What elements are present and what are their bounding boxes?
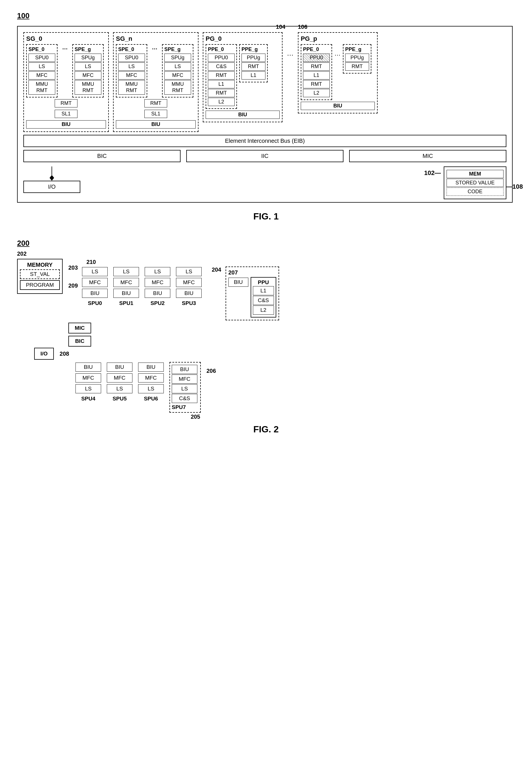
mem-code: CODE [447,188,504,196]
sg0-mfc0: MFC [28,71,55,80]
fig2-ref206: 206 [206,362,216,374]
pgp-l2: L2 [303,89,330,97]
fig1-bottom-row: I/O 102— MEM STORED VALUE CODE —108 [23,166,506,199]
memory-title: MEMORY [20,262,60,268]
sg0-lsg: LS [75,62,101,71]
spu1-mfc: MFC [113,278,139,287]
spu3-ls: LS [176,267,202,276]
spu5-mfc: MFC [107,374,133,382]
pgp-ppeg-title: PPE_g [345,46,369,52]
program-box: PROGRAM [20,280,60,290]
pgp-rmtg: RMT [345,62,369,71]
sg0-mfcg: MFC [75,71,101,80]
ppu-inner-block: PPU L1 C&S L2 [251,277,276,318]
spu4-mfc: MFC [76,374,101,382]
pg0-ppug: PPUg [241,54,265,62]
spu4-ls: LS [76,384,101,393]
bic-box-fig2: BIC [68,336,91,347]
sgn-mmug: MMURMT [164,80,191,94]
fig1-ref102: 102— [424,166,441,177]
spu7-ls: LS [172,384,197,393]
dots3: … [287,32,293,57]
mem-stored-value: STORED VALUE [447,179,504,187]
pgp-rmt1: RMT [303,80,330,88]
sg0-rmt: RMT [55,99,78,107]
memory-block: MEMORY ST_VAL PROGRAM [17,259,63,294]
pgp-ppu0: PPU0 [303,54,330,62]
fig2-ref205: 205 [191,414,200,420]
mic-box: MIC [349,150,506,162]
spu2-col: LS MFC BIU SPU2 [145,266,170,306]
iic-box: IIC [186,150,344,162]
mem-block: MEM STORED VALUE CODE —108 [444,166,506,199]
pgp-l1: L1 [303,71,330,80]
spu1-label: SPU1 [119,300,133,306]
fig2-ref210: 210 [86,259,279,265]
pgp-ppe0: PPE_0 PPU0 RMT L1 RMT L2 [301,44,332,100]
spu4-biu: BIU [76,363,101,372]
fig2-main: MEMORY ST_VAL PROGRAM 203 209 210 LS MFC… [17,259,473,413]
fig2-ref202-label: 202 [17,251,515,257]
sg0-mmu0: MMURMT [28,80,55,94]
pgp-ref106: 106 [298,24,307,30]
bus-row: BIC IIC MIC [23,150,506,162]
pg0-biu: BIU [206,111,280,119]
dots1: … [60,44,70,51]
fig1-mem-section: 102— MEM STORED VALUE CODE —108 [424,166,506,199]
spu3-label: SPU3 [182,300,196,306]
spu3-biu: BIU [176,289,202,298]
fig2-bic-row: BIC [68,336,473,347]
bic-box: BIC [23,150,181,162]
fig2-mic-row: MIC [68,322,473,333]
pgp-title: PG_p [301,35,375,42]
sg0-mmug: MMURMT [75,80,101,94]
fig2-ref200: 200 [17,239,515,248]
spu0-label: SPU0 [88,300,102,306]
sg0-speg-title: SPE_g [75,46,101,52]
mem-title: MEM [447,170,504,178]
pg0-rmt0: RMT [208,71,235,80]
io-box-fig2: I/O [34,348,54,360]
spu6-ls: LS [138,384,164,393]
sgn-lsg: LS [164,62,191,71]
spu1-biu: BIU [113,289,139,298]
fig1-ref108: —108 [506,183,523,190]
pg0-ppe0: PPE_0 PPU0 C&S RMT L1 RMT L2 [206,44,237,109]
io-box: I/O [23,181,80,193]
ppu-l2: L2 [253,306,274,315]
ppu-biu-col: BIU [229,277,248,287]
sgn-speg: SPE_g SPUg LS MFC MMURMT [162,44,193,97]
spu6-mfc: MFC [138,374,164,382]
pg0-rmtg: RMT [241,62,265,71]
sgn-group: SG_n SPE_0 SPU0 LS MFC MMURMT … SPE_g SP… [113,32,198,132]
ppu-cs: C&S [253,296,274,305]
spu5-biu: BIU [107,363,133,372]
spu7-label: SPU7 [172,404,198,410]
spu-top-row: LS MFC BIU SPU0 LS MFC BIU SPU1 LS MFC B… [80,266,279,321]
pg0-ppeg: PPE_g PPUg RMT L1 [239,44,268,83]
spu4-label: SPU4 [81,396,95,402]
spu7-biu: BIU [172,365,197,374]
ppu-l1: L1 [253,286,274,295]
ppu-biu-box: BIU [229,278,248,287]
spu5-col: BIU MFC LS SPU5 [107,362,133,402]
sgn-title: SG_n [116,35,196,42]
pg0-ppeg-title: PPE_g [241,46,265,52]
spu0-mfc: MFC [82,278,108,287]
sg0-group: SG_0 SPE_0 SPU0 LS MFC MMURMT … SPE_g SP… [23,32,109,132]
sg0-spug: SPUg [75,54,101,62]
sgn-spug: SPUg [164,54,191,62]
mic-box-fig2: MIC [68,322,91,333]
spu7-cs: C&S [172,394,197,403]
sgn-speg-title: SPE_g [164,46,191,52]
sgn-spu0: SPU0 [118,54,145,62]
pg0-ref104: 104 [276,24,285,30]
sgn-sl1: SL1 [144,110,167,118]
sg0-sl1: SL1 [55,110,78,118]
sgn-mfc0: MFC [118,71,145,80]
sgn-mfcg: MFC [164,71,191,80]
spu2-biu: BIU [145,289,170,298]
sg0-speg: SPE_g SPUg LS MFC MMURMT [72,44,104,97]
sg0-spe0: SPE_0 SPU0 LS MFC MMURMT [26,44,58,97]
sgn-rmt: RMT [144,99,167,107]
